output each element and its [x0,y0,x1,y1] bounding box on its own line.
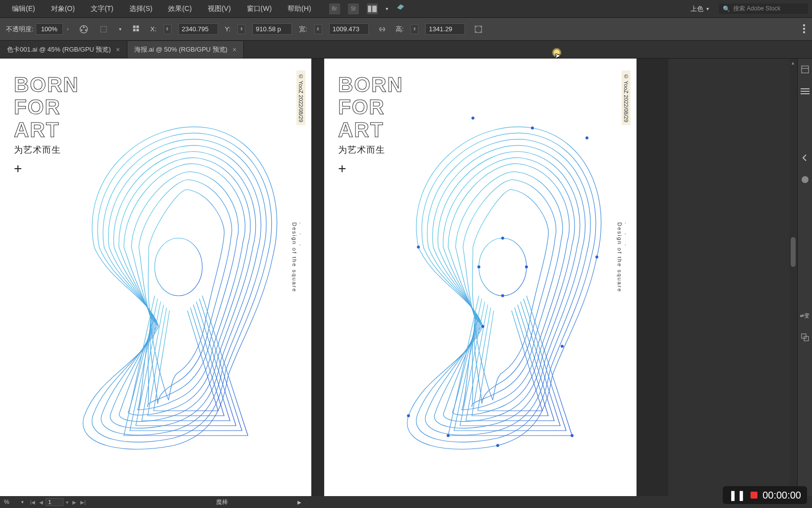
opacity-chevron[interactable]: › [65,26,70,32]
svg-point-16 [595,255,598,258]
bridge-icon[interactable]: Br [329,3,340,14]
x-input[interactable] [178,23,218,35]
vertical-scrollbar[interactable]: ▲ [789,59,797,496]
w-input[interactable] [329,23,369,35]
tab-document-1[interactable]: 色卡001.ai @ 45% (RGB/GPU 预览) × [0,41,127,58]
menu-bar: 编辑(E) 对象(O) 文字(T) 选择(S) 效果(C) 视图(V) 窗口(W… [0,0,812,18]
svg-point-22 [501,294,504,297]
x-label: X: [150,25,156,33]
y-stepper[interactable]: ⇕ [237,24,245,34]
svg-rect-29 [802,66,809,73]
svg-rect-9 [133,29,136,31]
first-artboard-icon[interactable]: |◀ [29,500,37,505]
w-label: 宽: [299,25,307,34]
artboard-dropdown-icon[interactable]: ▾ [64,500,70,505]
more-options-icon[interactable] [803,24,806,34]
scroll-up-icon[interactable]: ▲ [791,61,795,65]
y-label: Y: [225,25,231,33]
svg-point-27 [585,136,588,139]
scroll-thumb[interactable] [791,237,796,267]
svg-point-18 [407,414,410,417]
svg-point-20 [501,237,504,240]
expand-panels-icon[interactable] [800,153,810,163]
y-input[interactable] [252,23,292,35]
pathfinder-icon[interactable] [800,332,810,342]
menu-edit[interactable]: 编辑(E) [4,1,43,16]
gpu-icon[interactable] [396,3,405,14]
tab-document-2[interactable]: 海报.ai @ 50% (RGB/GPU 预览) × [127,41,244,58]
svg-rect-0 [368,5,371,12]
opacity-dropdown[interactable]: 100% [36,23,63,35]
prev-artboard-icon[interactable]: ◀ [38,500,45,505]
adobe-stock-search[interactable]: 🔍 搜索 Adobe Stock [719,3,808,14]
svg-point-17 [496,444,499,447]
svg-rect-1 [372,5,377,12]
svg-point-13 [479,238,526,296]
svg-point-14 [417,246,420,249]
options-bar: 不透明度: 100% › ▾ X: ⇕ Y: ⇕ 宽: ⇕ 高: ⇕ [0,18,812,41]
libraries-icon[interactable] [800,64,810,74]
menu-view[interactable]: 视图(V) [200,1,239,16]
color-icon[interactable] [800,175,810,185]
transform-chevron[interactable]: ▾ [117,26,123,32]
record-icon[interactable] [751,492,757,499]
scale-corners-icon[interactable] [472,23,485,36]
head-blend-art [50,98,297,455]
svg-rect-10 [136,29,139,31]
svg-rect-6 [101,26,107,32]
panel-menu-icon[interactable] [800,86,810,96]
artboard-2[interactable]: BORN FOR ART 为艺术而生 + © YooZ 2022/08/29 ·… [324,59,637,496]
svg-point-25 [571,434,574,437]
menu-select[interactable]: 选择(S) [121,1,161,16]
transform-icon[interactable] [97,23,110,36]
artboard-number-input[interactable] [46,498,63,506]
head-blend-art-selected[interactable] [374,98,622,455]
h-label: 高: [396,25,404,34]
chevron-down-icon[interactable]: ▾ [386,6,388,11]
menu-help[interactable]: 帮助(H) [280,1,319,16]
stock-icon[interactable]: St [348,3,359,14]
chevron-down-icon: ▾ [706,6,709,11]
link-wh-icon[interactable] [376,23,389,36]
recolor-icon[interactable] [77,23,90,36]
menu-window[interactable]: 窗口(W) [239,1,280,16]
zoom-level[interactable]: %▾ [4,499,24,506]
canvas-area[interactable]: BORN FOR ART 为艺术而生 + © YooZ 2022/08/29 ·… [0,59,668,496]
svg-point-19 [481,325,484,328]
artboard-navigation: |◀ ◀ ▾ ▶ ▶| [29,498,87,506]
menu-effect[interactable]: 效果(C) [160,1,199,16]
close-icon[interactable]: × [232,46,236,54]
workspace-switcher[interactable]: 上色 ▾ [691,4,709,13]
status-play-icon[interactable]: ▶ [297,500,301,505]
w-stepper[interactable]: ⇕ [314,24,322,34]
recorder-timer: 00:00:00 [762,490,801,501]
menu-object[interactable]: 对象(O) [43,1,83,16]
opacity-label: 不透明度: [6,25,34,34]
copyright-badge: © YooZ 2022/08/29 [622,70,631,125]
status-bar: %▾ |◀ ◀ ▾ ▶ ▶| 魔棒 ▶ [0,496,812,508]
tab-label: 海报.ai @ 50% (RGB/GPU 预览) [134,45,228,54]
next-artboard-icon[interactable]: ▶ [71,500,78,505]
svg-point-5 [85,29,87,31]
h-input[interactable] [425,23,465,35]
last-artboard-icon[interactable]: ▶| [79,500,87,505]
copyright-badge: © YooZ 2022/08/29 [296,70,305,125]
current-tool-label: 魔棒 [216,498,228,507]
svg-rect-7 [133,25,136,28]
svg-point-4 [81,29,82,31]
transform-panel-tab[interactable]: ⇄变 [800,311,810,320]
pause-icon[interactable]: ❚❚ [729,489,746,501]
artboard-1[interactable]: BORN FOR ART 为艺术而生 + © YooZ 2022/08/29 ·… [0,59,311,496]
x-stepper[interactable]: ⇕ [164,24,172,34]
svg-point-21 [525,265,528,268]
menu-type[interactable]: 文字(T) [83,1,121,16]
align-icon[interactable] [130,23,143,36]
svg-point-12 [155,238,202,296]
h-stepper[interactable]: ⇕ [410,24,418,34]
svg-point-30 [802,176,809,183]
close-icon[interactable]: × [116,46,120,54]
svg-point-23 [477,265,480,268]
mouse-cursor: ➤ [552,48,563,59]
screen-recorder-widget[interactable]: ❚❚ 00:00:00 [723,486,807,504]
arrange-documents-icon[interactable] [367,3,378,14]
